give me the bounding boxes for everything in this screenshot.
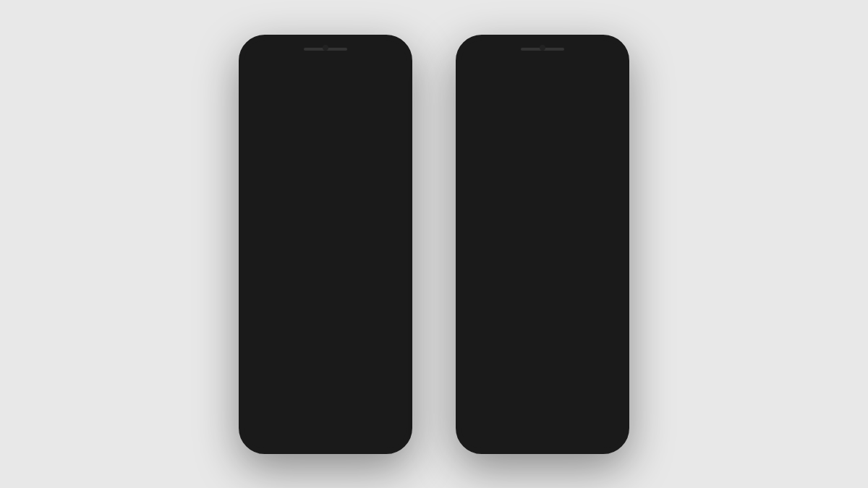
amy-name-dark: Amy Worrall [511,273,587,283]
story-item-alice[interactable]: 👧 Alice [375,120,407,163]
roommates-avatar: 🏠 [253,221,286,254]
add-story-button-dark[interactable]: + [470,120,503,153]
surf-name: Surf Crew [294,362,359,373]
chat-item-christian-dark[interactable]: 👨 Christian Dalonzo Hey how's it going ·… [461,171,624,215]
user-avatar-dark[interactable]: 👤 [472,60,495,83]
dark-phone: ▲ ▲ ▊ 12:30 👤 Chats ⊙ ✎ [456,35,629,454]
story-item-your-story-dark[interactable]: + Your Story [470,120,503,163]
add-story-button[interactable]: + [253,120,286,153]
chat-item-amy[interactable]: 👩 Amy Worrall Missed Call · 37m 📞 [244,260,407,305]
story-item-hailey-dark[interactable]: 👩 Hailey [551,120,584,163]
light-phone: ▲ ▲ ▊ 12:30 👤 Chats ⊙ ✎ [239,35,412,454]
chat-item-brendan[interactable]: 👦 Brendan Aronoff K sounds good · 8:24am [244,305,407,350]
phone-screen-light: ▲ ▲ ▊ 12:30 👤 Chats ⊙ ✎ [244,40,407,448]
signal-icon: ▲ [352,46,359,54]
story-item-hailey[interactable]: 👩 Hailey [334,120,367,163]
jarrett-label: Jarrett [301,156,320,163]
surf-group-avatars: 👩 👦 👦 [366,366,398,379]
christian-info-dark: Christian Dalonzo Hey how's it going · n… [511,183,600,202]
time-display-dark: 12:30 [595,46,613,54]
amy-preview: Missed Call · 37m [294,283,370,292]
app-header-light: 👤 Chats ⊙ ✎ [244,56,407,89]
alice-online-dot [400,145,407,153]
your-story-label-dark: Your Story [472,156,502,163]
edit-button[interactable]: ✎ [373,60,396,83]
roommates-info-dark: Roommates Kelly sent a sticker · 9m [511,228,600,247]
christian-meta-dark [608,189,615,197]
camera-button-dark[interactable]: ⊙ [561,60,584,83]
alice-label: Alice [384,156,399,163]
christian-unread-dark [608,189,615,197]
chat-item-roommates-dark[interactable]: 🏠 Roommates Kelly sent a sticker · 9m [461,215,624,260]
stories-row-dark: + Your Story 👦 Jarrett [461,117,624,171]
your-story-label: Your Story [255,156,285,163]
phone-screen-dark: ▲ ▲ ▊ 12:30 👤 Chats ⊙ ✎ [461,40,624,448]
surf-preview: See you there! · Mon [294,373,359,382]
christian-avatar: 👨 [253,176,286,210]
edit-icon: ✎ [380,66,389,77]
surf-avatar: 🏄 [253,356,286,389]
brendan-name-dark: Brendan Aronoff [511,317,608,328]
chat-item-surf[interactable]: 🏄 Surf Crew See you there! · Mon 👩 👦 👦 [244,350,407,395]
surf-info: Surf Crew See you there! · Mon [294,362,359,382]
roommates-avatar-dark: 🏠 [470,221,503,254]
chat-item-surf-dark[interactable]: 🏄 Surf Crew See you there! · Mon 👩 👦 👦 [461,350,624,395]
surf-group-avatars-dark: 👩 👦 👦 [583,366,615,379]
story-item-your-story[interactable]: + Your Story [253,120,286,163]
christian-name-dark: Christian Dalonzo [511,183,600,194]
wifi-icon-dark: ▲ [578,46,585,54]
search-placeholder-dark: Search [495,95,525,106]
surf-name-dark: Surf Crew [511,362,576,373]
surf-avatar-dark: 🏄 [470,356,503,389]
surf-meta: 👩 👦 👦 [366,366,398,379]
surf-preview-dark: See you there! · Mon [511,373,576,382]
wifi-icon: ▲ [361,46,368,54]
jarrett-label-dark: Jarrett [518,156,537,163]
search-bar-dark[interactable]: 🔍 Search [470,90,615,111]
call-icon-dark[interactable]: 📞 [595,267,615,288]
chat-list-dark: 👨 Christian Dalonzo Hey how's it going ·… [461,171,624,448]
chat-item-amy-dark[interactable]: 👩 Amy Worrall Missed Call · 37m 📞 [461,260,624,305]
christian-preview: Hey how's it going · now [294,194,383,202]
alice-label-dark: Alice [601,156,616,163]
camera-icon-dark: ⊙ [569,66,577,77]
time-display: 12:30 [378,46,396,54]
app-title: Chats [284,62,339,81]
search-bar-light[interactable]: 🔍 Search [253,90,398,111]
chat-list-light: 👨 Christian Dalonzo Hey how's it going ·… [244,171,407,448]
christian-unread [391,189,398,197]
chat-item-brendan-dark[interactable]: 👦 Brendan Aronoff K sounds good · 8:24am [461,305,624,350]
surf-meta-dark: 👩 👦 👦 [583,366,615,379]
brendan-info-dark: Brendan Aronoff K sounds good · 8:24am [511,317,608,337]
story-item-alice-dark[interactable]: 👧 Alice [592,120,624,163]
edit-button-dark[interactable]: ✎ [590,60,613,83]
call-icon[interactable]: 📞 [378,267,398,288]
story-item-jarrett-dark[interactable]: 👦 Jarrett [511,120,544,163]
app-header-dark: 👤 Chats ⊙ ✎ [461,56,624,89]
user-avatar[interactable]: 👤 [255,60,278,83]
amy-unread-dark [608,291,615,298]
christian-info: Christian Dalonzo Hey how's it going · n… [294,183,383,202]
search-placeholder: Search [278,95,308,106]
chat-item-christian[interactable]: 👨 Christian Dalonzo Hey how's it going ·… [244,171,407,215]
christian-preview-dark: Hey how's it going · now [511,194,600,202]
amy-online-dot-dark [495,291,503,299]
edit-icon-dark: ✎ [597,66,606,77]
camera-button[interactable]: ⊙ [344,60,367,83]
christian-avatar-dark: 👨 [470,176,503,210]
roommates-meta-dark [608,234,615,241]
brendan-online-dot [278,336,286,343]
amy-online-dot [278,291,286,299]
search-icon-dark: 🔍 [480,95,491,106]
brendan-name: Brendan Aronoff [294,317,391,328]
status-bar-light: ▲ ▲ ▊ 12:30 [244,42,407,56]
story-item-jarrett[interactable]: 👦 Jarrett [294,120,327,163]
christian-meta [391,189,398,197]
christian-name: Christian Dalonzo [294,183,383,194]
brendan-preview-dark: K sounds good · 8:24am [511,328,608,337]
battery-icon: ▊ [370,46,375,54]
search-icon: 🔍 [263,95,274,106]
hailey-label: Hailey [341,156,359,163]
chat-item-roommates[interactable]: 🏠 Roommates Kelly sent a sticker · 9m [244,215,407,260]
amy-info: Amy Worrall Missed Call · 37m [294,273,370,292]
